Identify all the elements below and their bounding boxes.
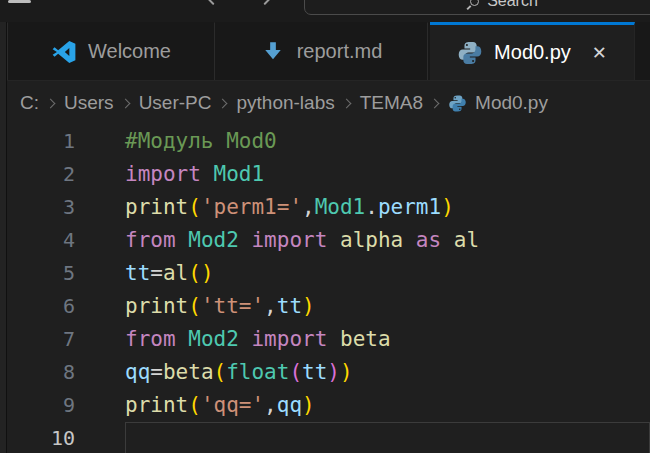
title-bar: Search (0, 0, 650, 22)
token: print (125, 195, 188, 219)
token: al (163, 261, 188, 285)
token: beta (163, 360, 214, 384)
editor[interactable]: 1#Модуль Mod02import Mod13print('perm1='… (0, 125, 650, 453)
line-number: 10 (0, 422, 75, 453)
token: ( (289, 360, 302, 384)
close-icon[interactable]: ✕ (592, 44, 607, 62)
chevron-separator-icon (46, 98, 56, 108)
search-label: Search (487, 0, 538, 10)
token (176, 327, 189, 351)
menu-hamburger-icon[interactable] (8, 0, 31, 3)
sidebar-edge-strip (0, 22, 7, 453)
token: 'perm1=' (201, 195, 302, 219)
token: Mod1 (214, 162, 265, 186)
line-number: 4 (0, 224, 75, 257)
tab-welcome[interactable]: Welcome (7, 22, 215, 80)
command-center-search[interactable]: Search (304, 0, 650, 15)
code-text: from Mod2 import alpha as al (125, 224, 479, 257)
nav-forward-icon[interactable] (263, 0, 272, 5)
token: ( (188, 393, 201, 417)
token: tt (302, 360, 327, 384)
code-line-2[interactable]: 2import Mod1 (0, 158, 650, 191)
token: () (188, 261, 213, 285)
tab-label: Welcome (88, 40, 171, 63)
token: ) (302, 393, 315, 417)
line-number: 8 (0, 356, 75, 389)
token: ) (302, 294, 315, 318)
token: import (251, 228, 327, 252)
markdown-download-arrow-icon (260, 39, 286, 65)
chevron-separator-icon (218, 98, 228, 108)
code-line-1[interactable]: 1#Модуль Mod0 (0, 125, 650, 158)
code-line-9[interactable]: 9print('qq=',qq) (0, 389, 650, 422)
breadcrumb-item[interactable]: User-PC (139, 92, 212, 114)
token: import (125, 162, 201, 186)
line-number: 3 (0, 191, 75, 224)
code-line-10[interactable]: 10 (0, 422, 650, 453)
token: import (251, 327, 327, 351)
code-line-6[interactable]: 6print('tt=',tt) (0, 290, 650, 323)
token: ( (188, 195, 201, 219)
breadcrumb-item[interactable]: python-labs (236, 92, 334, 114)
token: alpha (340, 228, 403, 252)
token: #Модуль Mod0 (125, 129, 277, 153)
token: perm1 (378, 195, 441, 219)
token: Mod2 (188, 228, 239, 252)
token: , (264, 294, 277, 318)
token (403, 228, 416, 252)
token (239, 228, 252, 252)
tab-mod0-py[interactable]: Mod0.py ✕ (430, 22, 635, 80)
code-text: tt=al() (125, 257, 214, 290)
breadcrumb-item[interactable]: C: (20, 92, 39, 114)
code-text: print('perm1=',Mod1.perm1) (125, 191, 454, 224)
tab-label: Mod0.py (494, 41, 571, 64)
token (176, 228, 189, 252)
nav-back-icon[interactable] (205, 0, 214, 5)
token: tt (277, 294, 302, 318)
python-icon (457, 40, 483, 66)
code-text: #Модуль Mod0 (125, 125, 277, 158)
token: al (454, 228, 479, 252)
code-text: print('qq=',qq) (125, 389, 315, 422)
breadcrumb: C:UsersUser-PCpython-labsTEMA8 Mod0.py (0, 81, 650, 125)
token: ( (188, 294, 201, 318)
code-text: import Mod1 (125, 158, 264, 191)
token: 'qq=' (201, 393, 264, 417)
token: ) (441, 195, 454, 219)
code-text: print('tt=',tt) (125, 290, 315, 323)
line-number: 5 (0, 257, 75, 290)
token: = (150, 360, 163, 384)
breadcrumb-item[interactable]: Users (64, 92, 114, 114)
token: from (125, 228, 176, 252)
token (327, 327, 340, 351)
current-line-highlight (125, 422, 650, 453)
code-line-3[interactable]: 3print('perm1=',Mod1.perm1) (0, 191, 650, 224)
tab-label: report.md (297, 40, 383, 63)
code-line-8[interactable]: 8qq=beta(float(tt)) (0, 356, 650, 389)
code-line-7[interactable]: 7from Mod2 import beta (0, 323, 650, 356)
breadcrumb-file[interactable]: Mod0.py (475, 92, 548, 114)
tab-report-md[interactable]: report.md (215, 22, 428, 80)
token: Mod1 (315, 195, 366, 219)
chevron-separator-icon (120, 98, 130, 108)
token: ) (327, 360, 340, 384)
token: 'tt=' (201, 294, 264, 318)
line-number: 2 (0, 158, 75, 191)
token: qq (277, 393, 302, 417)
code-text: qq=beta(float(tt)) (125, 356, 353, 389)
token: . (365, 195, 378, 219)
tab-bar: Welcome report.md Mod0.py ✕ (0, 22, 650, 81)
token: float (226, 360, 289, 384)
python-file-icon (448, 94, 467, 113)
token: Mod2 (188, 327, 239, 351)
token: print (125, 294, 188, 318)
code-line-5[interactable]: 5tt=al() (0, 257, 650, 290)
chevron-separator-icon (430, 98, 440, 108)
token: as (416, 228, 441, 252)
token (201, 162, 214, 186)
breadcrumb-item[interactable]: TEMA8 (360, 92, 423, 114)
vscode-window: Search Welcome report.md (0, 0, 650, 453)
token: print (125, 393, 188, 417)
code-line-4[interactable]: 4from Mod2 import alpha as al (0, 224, 650, 257)
token: tt (125, 261, 150, 285)
